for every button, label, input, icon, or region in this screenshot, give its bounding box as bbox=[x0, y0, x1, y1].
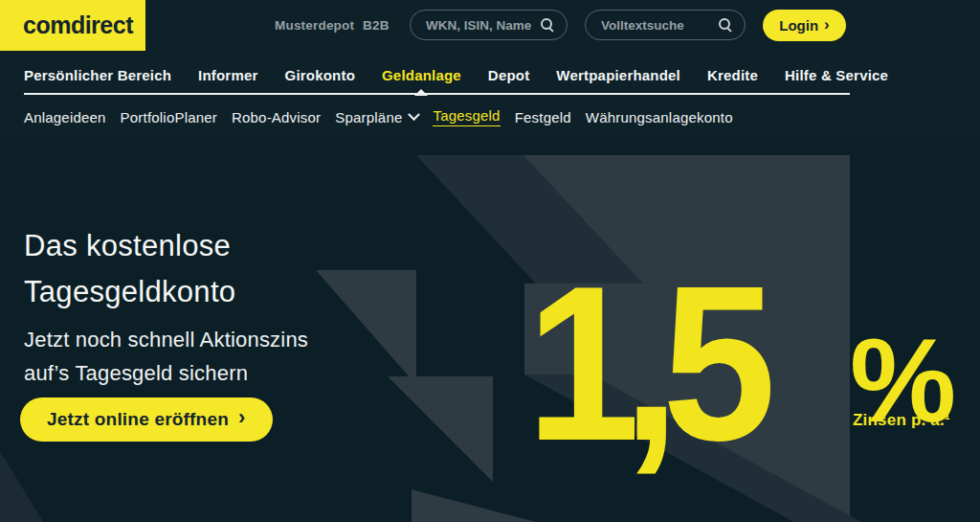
hero-banner: Das kostenlose Tagesgeldkonto Jetzt noch… bbox=[0, 135, 980, 522]
b2b-link[interactable]: B2B bbox=[363, 0, 390, 51]
search-icon[interactable] bbox=[719, 18, 733, 33]
login-button[interactable]: Login › bbox=[763, 10, 846, 41]
interest-rate-caption: Zinsen p. a.¹ bbox=[853, 411, 950, 430]
fulltext-search-input[interactable] bbox=[601, 18, 719, 33]
hero-subtext-line2: auf’s Tagesgeld sichern bbox=[24, 361, 248, 385]
comdirect-tagesgeld-page: { "header": { "logo_text": "comdirect", … bbox=[0, 0, 980, 522]
hero-heading-line1: Das kostenlose bbox=[24, 229, 231, 262]
wkn-search-input[interactable] bbox=[426, 18, 541, 33]
search-icon-handle bbox=[548, 27, 554, 33]
chevron-right-icon: › bbox=[824, 16, 830, 33]
subnav-item-anlageideen[interactable]: Anlageideen bbox=[24, 107, 106, 126]
sub-navigation: Anlageideen PortfolioPlaner Robo-Advisor… bbox=[0, 99, 980, 129]
subnav-item-sparplaene[interactable]: Sparpläne bbox=[335, 107, 418, 126]
cta-label: Jetzt online eröffnen bbox=[47, 409, 229, 430]
main-navigation: Persönlicher Bereich Informer Girokonto … bbox=[0, 57, 980, 94]
hero-heading-line2: Tagesgeldkonto bbox=[24, 275, 235, 308]
subnav-item-label: Tagesgeld bbox=[433, 107, 500, 126]
comdirect-logo[interactable]: comdirect bbox=[0, 0, 145, 51]
sub-nav-list: Anlageideen PortfolioPlaner Robo-Advisor… bbox=[0, 99, 980, 126]
search-icon[interactable] bbox=[541, 18, 555, 33]
hero-subtext: Jetzt noch schnell Aktionszins auf’s Tag… bbox=[24, 323, 308, 390]
nav-item-label: Geldanlage bbox=[382, 67, 461, 83]
open-account-button[interactable]: Jetzt online eröffnen › bbox=[20, 397, 273, 442]
subnav-item-waehrungsanlagekonto[interactable]: Währungsanlagekonto bbox=[586, 107, 733, 126]
musterdepot-link[interactable]: Musterdepot bbox=[275, 0, 354, 51]
chevron-right-icon: › bbox=[238, 407, 246, 428]
search-icon-handle bbox=[726, 27, 732, 33]
fulltext-search[interactable] bbox=[585, 10, 746, 40]
hero-subtext-line1: Jetzt noch schnell Aktionszins bbox=[24, 328, 308, 352]
subnav-item-label: Sparpläne bbox=[335, 109, 402, 125]
subnav-item-robo-advisor[interactable]: Robo-Advisor bbox=[232, 107, 321, 126]
nav-divider-line bbox=[24, 93, 850, 95]
main-nav-list: Persönlicher Bereich Informer Girokonto … bbox=[0, 57, 980, 97]
hero-heading: Das kostenlose Tagesgeldkonto bbox=[24, 223, 235, 315]
subnav-item-tagesgeld[interactable]: Tagesgeld bbox=[433, 107, 500, 126]
wkn-search[interactable] bbox=[410, 10, 568, 40]
subnav-item-portfolioplaner[interactable]: PortfolioPlaner bbox=[121, 107, 217, 126]
login-label: Login bbox=[779, 17, 818, 34]
interest-rate-value: 1,5 bbox=[526, 254, 759, 474]
subnav-item-festgeld[interactable]: Festgeld bbox=[515, 107, 571, 126]
chevron-down-icon bbox=[409, 108, 421, 121]
logo-text: comdirect bbox=[23, 11, 133, 39]
